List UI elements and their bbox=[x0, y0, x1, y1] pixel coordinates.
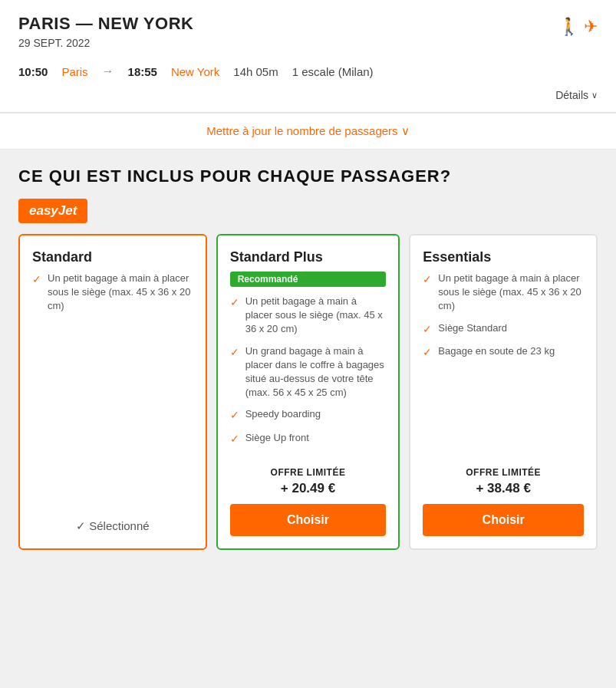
essentials-price: + 38.48 € bbox=[423, 481, 584, 496]
easyjet-logo: easyJet bbox=[18, 199, 87, 223]
chevron-down-icon: ∨ bbox=[591, 91, 598, 100]
card-standard: Standard ✓ Un petit bagage à main à plac… bbox=[18, 234, 207, 550]
list-item: ✓ Bagage en soute de 23 kg bbox=[423, 344, 584, 360]
plane-icon: ✈ bbox=[584, 17, 598, 37]
standard-plus-price: + 20.49 € bbox=[230, 481, 387, 496]
list-item: ✓ Speedy boarding bbox=[230, 407, 387, 423]
list-item: ✓ Siège Standard bbox=[423, 321, 584, 337]
update-passengers-bar: Mettre à jour le nombre de passagers ∨ bbox=[0, 113, 616, 150]
offre-limitee-label: OFFRE LIMITÉE bbox=[423, 467, 584, 478]
check-icon: ✓ bbox=[32, 272, 41, 288]
card-essentials: Essentials ✓ Un petit bagage à main à pl… bbox=[409, 234, 598, 550]
list-item: ✓ Un petit bagage à main à placer sous l… bbox=[32, 272, 193, 314]
section-title: CE QUI EST INCLUS POUR CHAQUE PASSAGER? bbox=[0, 150, 616, 199]
top-section: PARIS — NEW YORK 29 SEPT. 2022 🚶 ✈ 10:50… bbox=[0, 0, 616, 113]
card-essentials-title: Essentials bbox=[423, 249, 584, 265]
feature-text: Siège Standard bbox=[438, 321, 507, 335]
check-icon: ✓ bbox=[423, 322, 432, 337]
standard-features: ✓ Un petit bagage à main à placer sous l… bbox=[32, 272, 193, 499]
feature-text: Un petit bagage à main à placer sous le … bbox=[245, 295, 387, 337]
selected-text: Sélectionné bbox=[89, 519, 149, 532]
arrival-time: 18:55 bbox=[128, 65, 157, 78]
standard-plus-choose-button[interactable]: Choisir bbox=[230, 504, 387, 536]
update-passengers-link[interactable]: Mettre à jour le nombre de passagers ∨ bbox=[206, 124, 409, 137]
route-header: PARIS — NEW YORK 29 SEPT. 2022 🚶 ✈ bbox=[18, 14, 598, 49]
check-icon: ✓ bbox=[423, 345, 432, 360]
essentials-footer: OFFRE LIMITÉE + 38.48 € Choisir bbox=[423, 467, 584, 536]
passengers-chevron-icon: ∨ bbox=[401, 124, 410, 137]
list-item: ✓ Un petit bagage à main à placer sous l… bbox=[230, 295, 387, 337]
card-standard-title: Standard bbox=[32, 249, 193, 265]
card-standard-plus: Standard Plus Recommandé ✓ Un petit baga… bbox=[216, 234, 400, 550]
feature-text: Bagage en soute de 23 kg bbox=[438, 344, 555, 358]
feature-text: Un grand bagage à main à placer dans le … bbox=[245, 344, 387, 400]
check-selected-icon: ✓ bbox=[76, 519, 86, 532]
selected-label: ✓ Sélectionné bbox=[32, 512, 193, 536]
details-label: Détails bbox=[555, 89, 588, 101]
details-row: Détails ∨ bbox=[18, 84, 598, 103]
essentials-choose-button[interactable]: Choisir bbox=[423, 504, 584, 536]
route-title: PARIS — NEW YORK bbox=[18, 14, 193, 34]
feature-text: Siège Up front bbox=[245, 431, 309, 445]
departure-city: Paris bbox=[61, 65, 87, 78]
details-link[interactable]: Détails ∨ bbox=[555, 89, 598, 101]
offre-limitee-label: OFFRE LIMITÉE bbox=[230, 467, 387, 478]
flight-duration: 14h 05m bbox=[233, 65, 278, 78]
stopover-info: 1 escale (Milan) bbox=[292, 65, 374, 78]
feature-text: Speedy boarding bbox=[245, 407, 321, 421]
check-icon: ✓ bbox=[230, 408, 239, 423]
list-item: ✓ Siège Up front bbox=[230, 431, 387, 447]
list-item: ✓ Un petit bagage à main à placer sous l… bbox=[423, 272, 584, 314]
standard-plus-footer: OFFRE LIMITÉE + 20.49 € Choisir bbox=[230, 467, 387, 536]
check-icon: ✓ bbox=[230, 345, 239, 360]
arrow-right-icon: → bbox=[102, 64, 114, 78]
feature-text: Un petit bagage à main à placer sous le … bbox=[48, 272, 193, 314]
card-standard-plus-title: Standard Plus bbox=[230, 249, 387, 265]
recommended-badge: Recommandé bbox=[230, 272, 387, 287]
departure-time: 10:50 bbox=[18, 65, 48, 78]
brand-logo: easyJet bbox=[18, 199, 598, 234]
update-passengers-label: Mettre à jour le nombre de passagers bbox=[206, 124, 397, 137]
arrival-city: New York bbox=[171, 65, 219, 78]
route-info: PARIS — NEW YORK 29 SEPT. 2022 bbox=[18, 14, 193, 49]
cards-grid: Standard ✓ Un petit bagage à main à plac… bbox=[18, 234, 598, 550]
feature-text: Un petit bagage à main à placer sous le … bbox=[438, 272, 584, 314]
check-icon: ✓ bbox=[423, 272, 432, 288]
route-icons: 🚶 ✈ bbox=[558, 17, 598, 37]
check-icon: ✓ bbox=[230, 432, 239, 447]
person-icon: 🚶 bbox=[558, 17, 579, 37]
check-icon: ✓ bbox=[230, 295, 239, 311]
list-item: ✓ Un grand bagage à main à placer dans l… bbox=[230, 344, 387, 400]
cards-section: easyJet Standard ✓ Un petit bagage à mai… bbox=[0, 199, 616, 573]
standard-footer: ✓ Sélectionné bbox=[32, 512, 193, 536]
standard-plus-features: ✓ Un petit bagage à main à placer sous l… bbox=[230, 295, 387, 455]
route-date: 29 SEPT. 2022 bbox=[18, 37, 193, 49]
essentials-features: ✓ Un petit bagage à main à placer sous l… bbox=[423, 272, 584, 455]
flight-info-row: 10:50 Paris → 18:55 New York 14h 05m 1 e… bbox=[18, 64, 598, 84]
